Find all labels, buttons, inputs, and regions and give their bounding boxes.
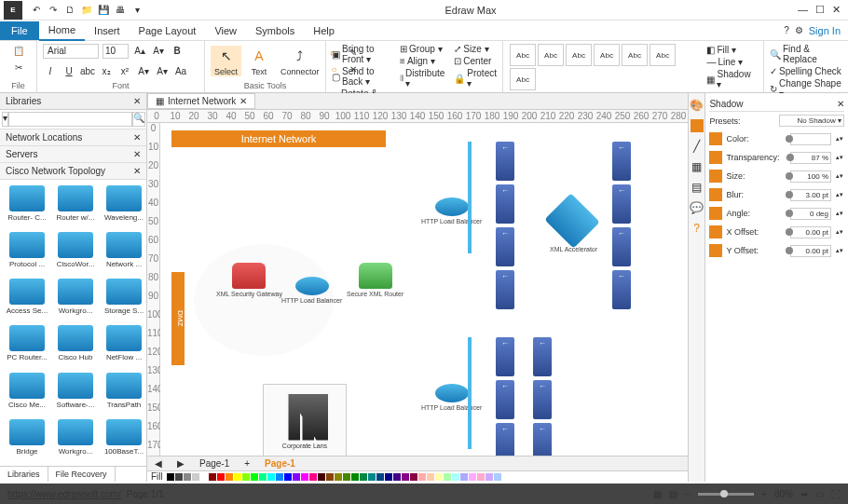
font-color-button[interactable]: A▾	[136, 63, 151, 78]
library-shape[interactable]: Bridge	[4, 417, 50, 462]
font-grow-icon[interactable]: A▴	[132, 44, 147, 59]
color-swatch[interactable]	[444, 473, 451, 481]
spinner-icon[interactable]: ▴▾	[835, 210, 844, 217]
library-shape[interactable]: Workgro...	[52, 277, 99, 321]
open-icon[interactable]: 📁	[80, 4, 93, 17]
color-swatch[interactable]	[351, 473, 359, 481]
zoom-in-icon[interactable]: +	[761, 489, 767, 499]
server-14[interactable]: ←	[533, 423, 552, 456]
style-preset-2[interactable]: Abc	[538, 44, 564, 66]
subscript-button[interactable]: x₂	[99, 63, 114, 78]
shadow-slider[interactable]	[786, 138, 786, 141]
minimize-button[interactable]: —	[798, 4, 808, 16]
color-swatch[interactable]	[376, 473, 384, 481]
node-secure-xml[interactable]: Secure XML Router	[347, 263, 403, 297]
close-button[interactable]: ✕	[832, 4, 841, 16]
bring-front-button[interactable]: ▣Bring to Front ▾	[332, 43, 390, 65]
server-10[interactable]: ←	[496, 380, 514, 419]
spelling-button[interactable]: ✓Spelling Check	[770, 65, 841, 77]
fullscreen-icon[interactable]: ⛶	[831, 489, 841, 499]
node-http-lb-1[interactable]: HTTP Load Balancer	[281, 277, 342, 304]
tab-file-recovery[interactable]: File Recovery	[48, 467, 116, 482]
cut-icon[interactable]: ✂	[11, 60, 26, 75]
comment-icon[interactable]: 💬	[690, 201, 704, 214]
color-swatch[interactable]	[175, 473, 183, 481]
color-swatch[interactable]	[251, 473, 258, 481]
lib-dropdown-icon[interactable]: ▾	[2, 112, 8, 127]
view-mode-2-icon[interactable]: ▤	[669, 489, 677, 499]
color-swatch[interactable]	[452, 473, 459, 481]
style-preset-4[interactable]: Abc	[594, 44, 620, 66]
section-network-locations[interactable]: Network Locations	[6, 132, 82, 143]
style-preset-1[interactable]: Abc	[510, 44, 536, 66]
font-shrink-icon[interactable]: A▾	[151, 44, 166, 59]
help-panel-icon[interactable]: ?	[693, 222, 700, 235]
node-xml-security[interactable]: XML Security Gateway	[216, 263, 282, 297]
undo-icon[interactable]: ↶	[30, 4, 43, 17]
bus-bar-2[interactable]	[468, 337, 472, 449]
tab-symbols[interactable]: Symbols	[246, 21, 304, 40]
distribute-button[interactable]: ⫴Distribute ▾	[400, 67, 445, 89]
library-shape[interactable]: Storage S...	[101, 277, 146, 321]
library-shape[interactable]: Protocol ...	[4, 230, 50, 275]
library-shape[interactable]: Network ...	[101, 230, 146, 275]
tab-home[interactable]: Home	[39, 20, 85, 41]
center-button[interactable]: ⊡Center	[454, 55, 497, 67]
color-swatch[interactable]	[418, 473, 426, 481]
library-shape[interactable]: NetFlow ...	[101, 323, 146, 368]
print-icon[interactable]: 🖶	[114, 4, 127, 17]
shadow-panel-close-icon[interactable]: ✕	[837, 99, 844, 109]
server-6[interactable]: ←	[612, 184, 631, 224]
shadow-slider[interactable]	[786, 212, 786, 215]
spinner-icon[interactable]: ▴▾	[835, 172, 844, 180]
color-swatch[interactable]	[242, 473, 250, 481]
status-url[interactable]: https://www.edrawsoft.com/	[7, 489, 121, 499]
library-shape[interactable]: PC Router...	[4, 323, 50, 368]
diagram-title-banner[interactable]: Internet Network	[171, 130, 386, 147]
page-tab-1[interactable]: Page-1	[192, 458, 237, 469]
spinner-icon[interactable]: ▴▾	[835, 191, 844, 198]
shadow-value-input[interactable]	[790, 226, 831, 238]
fit-width-icon[interactable]: ⬌	[800, 489, 808, 499]
section-close-icon[interactable]: ✕	[133, 149, 141, 159]
shadow-button[interactable]: ▦Shadow ▾	[706, 68, 758, 90]
maximize-button[interactable]: ☐	[815, 4, 825, 16]
text-tool[interactable]: AText	[245, 46, 273, 76]
color-swatch[interactable]	[486, 473, 493, 481]
color-swatch[interactable]	[368, 473, 376, 481]
color-swatch[interactable]	[318, 473, 325, 481]
color-swatch[interactable]	[435, 473, 443, 481]
color-swatch[interactable]	[217, 473, 225, 481]
help-icon[interactable]: ?	[784, 25, 789, 35]
line-panel-icon[interactable]: ╱	[693, 140, 700, 153]
node-http-lb-2[interactable]: HTTP Load Balancer	[421, 198, 482, 225]
color-swatch[interactable]	[267, 473, 275, 481]
theme-icon[interactable]: 🎨	[690, 99, 704, 112]
color-swatch[interactable]	[335, 473, 342, 481]
color-swatch[interactable]	[360, 473, 367, 481]
library-shape[interactable]: Cisco Hub	[52, 323, 99, 368]
settings-icon[interactable]: ⚙	[795, 25, 803, 35]
highlight-button[interactable]: A▾	[155, 63, 170, 78]
color-swatch[interactable]	[402, 473, 409, 481]
shadow-value-input[interactable]	[790, 208, 831, 220]
server-11[interactable]: ←	[496, 423, 514, 456]
color-swatch[interactable]	[393, 473, 401, 481]
doc-close-icon[interactable]: ✕	[239, 96, 247, 106]
libraries-close-icon[interactable]: ✕	[133, 96, 141, 106]
style-preset-6[interactable]: Abc	[650, 44, 676, 66]
bus-bar-1[interactable]	[468, 142, 472, 253]
color-swatch[interactable]	[226, 473, 233, 481]
underline-button[interactable]: U	[62, 63, 76, 78]
color-swatch[interactable]	[209, 473, 216, 481]
shadow-value-input[interactable]	[790, 170, 831, 183]
color-swatch[interactable]	[343, 473, 350, 481]
shadow-value-input[interactable]	[790, 245, 831, 257]
new-icon[interactable]: 🗋	[63, 4, 76, 17]
sign-in-link[interactable]: Sign In	[809, 25, 841, 36]
document-tab[interactable]: ▦Internet Network✕	[147, 93, 255, 109]
canvas[interactable]: Internet Network DMZ XML Security Gatewa…	[160, 123, 688, 456]
color-swatch[interactable]	[200, 473, 208, 481]
library-shape[interactable]: 100BaseT...	[101, 417, 146, 462]
section-close-icon[interactable]: ✕	[133, 132, 141, 143]
